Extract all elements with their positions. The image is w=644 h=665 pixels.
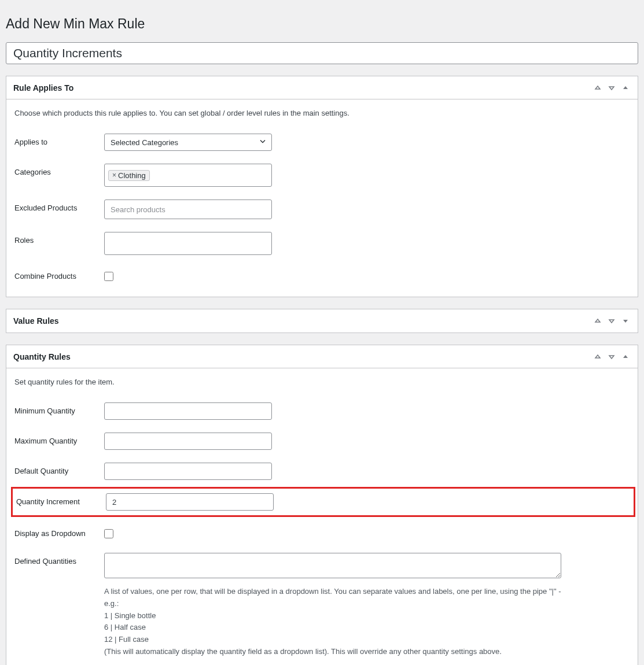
help-text: A list of values, one per row, that will…	[104, 586, 561, 658]
applies-to-label: Applies to	[14, 134, 104, 146]
categories-field[interactable]: × Clothing	[104, 164, 272, 187]
qty-increment-label: Quantity Increment	[16, 493, 106, 506]
defined-qty-label: Defined Quantities	[14, 553, 104, 566]
excluded-products-label: Excluded Products	[14, 200, 104, 212]
toggle-panel-icon[interactable]	[620, 352, 631, 362]
max-qty-input[interactable]	[104, 433, 272, 450]
move-down-icon[interactable]	[606, 316, 617, 326]
move-down-icon[interactable]	[606, 352, 617, 362]
applies-to-select[interactable]: Selected Categories	[104, 134, 272, 151]
move-up-icon[interactable]	[593, 316, 603, 326]
panel-rule-applies: Rule Applies To Choose which products th…	[6, 76, 638, 297]
page-title: Add New Min Max Rule	[6, 16, 638, 32]
display-dropdown-checkbox[interactable]	[104, 529, 113, 538]
display-dropdown-label: Display as Dropdown	[14, 525, 104, 538]
panel-quantity-rules: Quantity Rules Set quantity rules for th…	[6, 345, 638, 665]
panel-title: Value Rules	[13, 316, 59, 326]
default-qty-label: Default Quantity	[14, 463, 104, 475]
panel-title: Quantity Rules	[13, 352, 71, 361]
remove-tag-icon[interactable]: ×	[112, 171, 116, 179]
roles-label: Roles	[14, 232, 104, 245]
defined-qty-textarea[interactable]	[104, 553, 561, 578]
toggle-panel-icon[interactable]	[620, 83, 631, 93]
tag-label: Clothing	[118, 171, 146, 180]
min-qty-label: Minimum Quantity	[14, 402, 104, 415]
min-qty-input[interactable]	[104, 402, 272, 420]
default-qty-input[interactable]	[104, 463, 272, 480]
move-up-icon[interactable]	[593, 83, 603, 93]
panel-title: Rule Applies To	[13, 83, 73, 93]
move-down-icon[interactable]	[606, 83, 617, 93]
max-qty-label: Maximum Quantity	[14, 433, 104, 445]
categories-label: Categories	[14, 164, 104, 176]
panel-description: Set quantity rules for the item.	[14, 378, 630, 386]
excluded-products-input[interactable]	[104, 200, 272, 219]
panel-description: Choose which products this rule applies …	[14, 109, 630, 117]
category-tag: × Clothing	[108, 170, 150, 181]
panel-value-rules: Value Rules	[6, 309, 638, 333]
combine-products-label: Combine Products	[14, 268, 104, 280]
highlighted-row: Quantity Increment	[11, 487, 635, 517]
toggle-panel-icon[interactable]	[620, 316, 631, 326]
move-up-icon[interactable]	[593, 352, 603, 362]
rule-name-input[interactable]	[6, 42, 638, 64]
combine-products-checkbox[interactable]	[104, 272, 113, 281]
qty-increment-input[interactable]	[106, 493, 274, 511]
roles-field[interactable]	[104, 232, 272, 255]
